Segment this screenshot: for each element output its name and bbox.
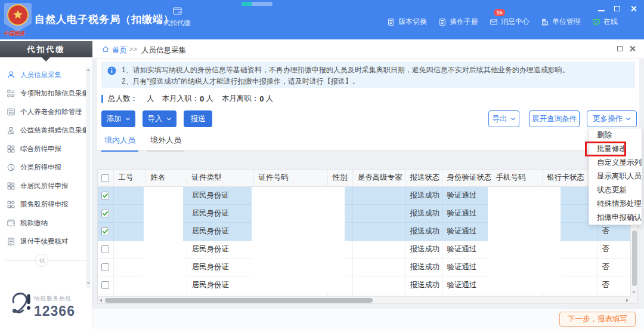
column-header-2[interactable]: 证件类型 xyxy=(187,170,253,186)
menu-item-4[interactable]: 状态更新 xyxy=(589,183,642,197)
tab-foreign[interactable]: 境外人员 xyxy=(147,133,184,152)
menu-item-1[interactable]: 批量修改 xyxy=(589,142,642,156)
table-cell xyxy=(113,204,145,222)
vertical-scroll-thumb[interactable] xyxy=(632,230,637,286)
table-cell: 否 xyxy=(597,276,631,294)
column-header-8[interactable]: 手机号码 xyxy=(491,170,542,186)
table-cell: 居民身份证 xyxy=(187,204,253,222)
sidebar-collapse-button[interactable] xyxy=(35,254,48,267)
chevron-down-icon xyxy=(166,116,172,122)
table-cell: 报送成功 xyxy=(405,258,442,276)
sidebar-item-label: 分类所得申报 xyxy=(20,163,61,172)
close-button[interactable] xyxy=(630,5,637,12)
header-nav-label: 版本切换 xyxy=(398,17,427,27)
loading-progress-bar xyxy=(242,2,273,6)
doc-icon xyxy=(438,18,447,26)
next-step-button[interactable]: 下一步，报表填写 xyxy=(559,312,636,327)
doc-icon xyxy=(387,18,395,26)
panel-close-icon[interactable] xyxy=(629,45,636,52)
menu-item-0[interactable]: 删除 xyxy=(589,128,642,142)
stats-bar: 总人数： 人 本月入职： 0 人 本月离职： 0 人 xyxy=(101,93,273,104)
sidebar-item-4[interactable]: 综合所得申报 xyxy=(0,140,87,158)
redaction-name xyxy=(144,187,183,293)
row-checkbox[interactable] xyxy=(101,281,109,289)
row-checkbox[interactable] xyxy=(101,210,109,217)
column-header-7[interactable]: 身份验证状态 xyxy=(442,170,491,186)
column-header-4[interactable]: 性别 xyxy=(327,170,352,186)
panel-maximize-icon[interactable] xyxy=(617,46,623,51)
sidebar-item-2[interactable]: 个人养老金扣除管理 xyxy=(0,103,87,121)
menu-item-5[interactable]: 特殊情形处理 xyxy=(589,197,642,211)
highlight-annotation-box xyxy=(585,142,626,156)
restore-button[interactable] xyxy=(614,5,621,12)
sidebar-item-8[interactable]: 税款缴纳 xyxy=(0,214,87,232)
sidebar-scrollbar[interactable] xyxy=(86,67,91,288)
leave-label: 本月离职： xyxy=(222,94,259,104)
menu-item-3[interactable]: 显示离职人员 xyxy=(589,170,642,183)
leave-value: 0 xyxy=(259,94,264,103)
scroll-left-icon[interactable] xyxy=(100,299,102,302)
horizontal-scrollbar[interactable] xyxy=(98,296,630,303)
header-nav-item-2[interactable]: 15消息中心 xyxy=(490,17,530,27)
sidebar-item-9[interactable]: 退付手续费核对 xyxy=(0,232,87,251)
column-header-1[interactable]: 姓名 xyxy=(145,170,187,186)
header-nav-item-3[interactable]: 单位管理 xyxy=(541,17,581,27)
row-checkbox[interactable] xyxy=(101,263,109,271)
total-unit: 人 xyxy=(147,94,154,104)
list-icon xyxy=(7,89,16,98)
table-cell xyxy=(113,222,145,240)
sidebar-item-0[interactable]: 人员信息采集 xyxy=(0,66,87,84)
minimize-button[interactable] xyxy=(597,5,605,12)
sidebar-item-label: 非居民所得申报 xyxy=(20,182,69,190)
sidebar-item-7[interactable]: 限售股所得申报 xyxy=(0,195,87,214)
header-nav-item-0[interactable]: 版本切换 xyxy=(387,17,427,27)
tab-domestic[interactable]: 境内人员 xyxy=(101,133,138,152)
column-header-5[interactable]: 是否高级专家 xyxy=(352,170,405,186)
column-header-3[interactable]: 证件号码 xyxy=(253,170,327,186)
header-nav-item-1[interactable]: 操作手册 xyxy=(438,17,478,27)
sidebar-item-label: 限售股所得申报 xyxy=(20,200,69,209)
breadcrumb-home[interactable]: 首页 xyxy=(112,45,127,56)
scroll-up-icon[interactable] xyxy=(86,69,90,71)
people-table-panel: 工号姓名证件类型证件号码性别是否高级专家报送状态身份验证状态手机号码银行卡状态居… xyxy=(97,169,638,304)
menu-item-2[interactable]: 自定义显示列 xyxy=(589,156,642,170)
row-checkbox[interactable] xyxy=(101,245,109,253)
table-cell: 居民身份证 xyxy=(187,240,253,258)
charity-icon xyxy=(7,126,16,135)
table-cell: 否 xyxy=(597,258,631,276)
submit-button[interactable]: 报送 xyxy=(184,110,212,127)
toolbar: 添加 导入 报送 导出 展开查询条件 更多操作 xyxy=(97,110,639,127)
sidebar-item-label: 人员信息采集 xyxy=(20,70,61,79)
more-actions-button[interactable]: 更多操作 xyxy=(587,110,637,127)
select-all-checkbox[interactable] xyxy=(101,174,109,182)
table-cell xyxy=(113,258,145,276)
tab-module-daikoudaijiao[interactable]: 代扣代缴 xyxy=(160,6,194,36)
sidebar-item-6[interactable]: 非居民所得申报 xyxy=(0,177,87,195)
chevron-down-icon xyxy=(510,116,516,122)
sidebar-item-1[interactable]: 专项附加扣除信息采集 xyxy=(0,84,87,103)
leave-unit: 人 xyxy=(265,94,273,104)
table-cell: 报送成功 xyxy=(405,186,442,204)
row-checkbox[interactable] xyxy=(101,227,109,235)
header-nav-item-4[interactable]: 在线 xyxy=(592,17,618,27)
horizontal-scroll-thumb[interactable] xyxy=(105,298,373,303)
add-button[interactable]: 添加 xyxy=(101,110,135,127)
row-checkbox[interactable] xyxy=(101,192,109,199)
scroll-right-icon[interactable] xyxy=(626,299,628,302)
wallet-icon xyxy=(7,219,16,227)
menu-item-6[interactable]: 扣缴申报确认 xyxy=(589,211,642,225)
column-header-6[interactable]: 报送状态 xyxy=(405,170,442,186)
import-button[interactable]: 导入 xyxy=(143,110,177,127)
table-cell: 验证通过 xyxy=(442,276,491,294)
sidebar-item-label: 综合所得申报 xyxy=(20,144,61,153)
sidebar-item-3[interactable]: 公益慈善捐赠信息采集 xyxy=(0,121,87,140)
sidebar-item-5[interactable]: 分类所得申报 xyxy=(0,158,87,177)
column-header-0[interactable]: 工号 xyxy=(113,170,145,186)
scroll-down-icon[interactable] xyxy=(86,282,90,284)
monitor-icon xyxy=(592,18,600,26)
table-cell: 居民身份证 xyxy=(187,276,253,294)
export-button[interactable]: 导出 xyxy=(488,110,519,127)
scroll-down-icon[interactable] xyxy=(632,291,636,294)
sidebar-item-label: 个人养老金扣除管理 xyxy=(20,107,82,116)
expand-query-button[interactable]: 展开查询条件 xyxy=(529,110,580,127)
